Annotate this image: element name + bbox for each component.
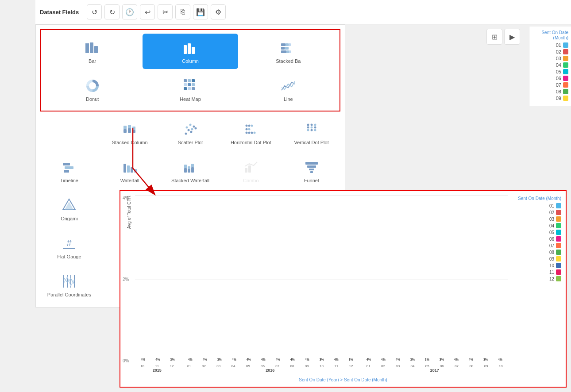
y-tick-2pct: 2% — [123, 277, 129, 282]
chart-type-flat-gauge[interactable]: # Flat Gauge — [40, 229, 98, 265]
svg-rect-0 — [85, 44, 89, 53]
chart-plot-wrapper: 4% 2% 0% 4%4%3%4%4%3%4%4%4%4%4%4%3%4%3%4… — [135, 196, 508, 377]
view-toggles: ⊞ ▶ — [486, 29, 520, 45]
toolbar-dataset-label: Dataset Fields — [40, 9, 79, 15]
scatter-plot-icon — [182, 120, 198, 138]
chart-type-scatter-plot[interactable]: Scatter Plot — [162, 115, 220, 150]
chart-legend-item-09: 09 — [513, 256, 561, 261]
column-icon — [182, 39, 198, 57]
grid-view-button[interactable]: ⊞ — [486, 29, 502, 45]
chart-type-line[interactable]: Line — [241, 72, 336, 107]
chart-legend-dot-01 — [556, 203, 561, 208]
svg-rect-60 — [123, 164, 126, 173]
svg-rect-20 — [188, 83, 191, 86]
svg-point-49 — [307, 127, 309, 129]
svg-rect-24 — [192, 87, 195, 90]
svg-point-46 — [251, 132, 253, 134]
chart-type-waterfall[interactable]: Waterfall — [101, 153, 159, 188]
chart-type-heat-map[interactable]: Heat Map — [143, 72, 238, 107]
cut-button[interactable]: ✂ — [158, 4, 173, 19]
svg-rect-68 — [191, 167, 194, 173]
svg-point-55 — [314, 127, 316, 129]
svg-point-41 — [251, 125, 253, 127]
chart-type-bar[interactable]: Bar — [45, 34, 140, 69]
bar-label-2016-09: 4% — [305, 358, 309, 361]
svg-rect-61 — [127, 165, 130, 173]
chart-legend-dot-04 — [556, 223, 561, 228]
xaxis-group-2015: 1011122015 — [135, 364, 179, 373]
chart-type-stacked-bar[interactable]: Stacked Ba — [241, 34, 336, 69]
origami-label: Origami — [61, 216, 78, 221]
svg-rect-74 — [309, 169, 314, 170]
stacked-waterfall-label: Stacked Waterfall — [171, 178, 209, 183]
svg-rect-10 — [281, 47, 285, 50]
terminal-view-button[interactable]: ▶ — [504, 29, 520, 45]
chart-type-donut[interactable]: Donut — [45, 72, 140, 107]
chart-legend-item-07: 07 — [513, 243, 561, 248]
share-button[interactable]: ⎗ — [175, 4, 190, 19]
legend-dot-08 — [563, 89, 568, 94]
history-button[interactable]: 🕐 — [122, 4, 137, 19]
svg-rect-18 — [192, 79, 195, 82]
svg-point-47 — [253, 132, 255, 134]
svg-rect-72 — [305, 162, 318, 165]
chart-legend-item-06: 06 — [513, 236, 561, 242]
svg-rect-5 — [188, 43, 191, 54]
flat-gauge-label: Flat Gauge — [57, 254, 81, 259]
svg-rect-58 — [65, 166, 73, 169]
combo-icon — [243, 158, 259, 176]
svg-point-40 — [248, 125, 250, 127]
svg-point-35 — [194, 127, 197, 130]
svg-rect-62 — [131, 167, 133, 173]
funnel-icon — [304, 158, 320, 176]
settings-button[interactable]: ⚙ — [211, 4, 226, 19]
chart-type-horizontal-dot-plot[interactable]: Horizontal Dot Plot — [222, 115, 280, 150]
legend-item-03: 03 — [532, 56, 568, 61]
chart-type-combo[interactable]: Combo — [222, 153, 280, 188]
chart-top: Avg of Total CTR 4% 2% 0% 4%4%3%4 — [125, 196, 561, 377]
main-legend-title: Sent On Date(Month) — [532, 30, 568, 41]
chart-legend-item-01: 01 — [513, 203, 561, 208]
chart-type-origami[interactable]: Origami — [40, 191, 98, 227]
chart-legend-dot-09 — [556, 256, 561, 261]
vertical-dot-plot-icon — [304, 120, 320, 138]
svg-rect-75 — [310, 171, 313, 173]
chart-type-timeline[interactable]: Timeline — [40, 153, 98, 188]
chart-legend-item-10: 10 — [513, 263, 561, 268]
legend-item-06: 06 — [532, 76, 568, 81]
chart-legend-dot-03 — [556, 216, 561, 222]
parallel-coordinates-icon — [61, 273, 77, 290]
svg-rect-17 — [188, 79, 191, 82]
svg-rect-67 — [188, 166, 190, 169]
redo-button[interactable]: ↻ — [104, 4, 120, 19]
bar-label-2016-11: 4% — [334, 358, 339, 361]
stacked-column-label: Stacked Column — [112, 140, 148, 145]
save-button[interactable]: 💾 — [193, 4, 208, 19]
svg-rect-26 — [123, 126, 127, 129]
svg-rect-2 — [94, 46, 98, 53]
chart-legend-item-03: 03 — [513, 216, 561, 222]
chart-type-parallel-coordinates[interactable]: Parallel Coordinates — [40, 267, 98, 303]
legend-item-01: 01 — [532, 42, 568, 48]
chart-type-stacked-column[interactable]: Stacked Column — [101, 115, 159, 150]
chart-legend-dot-07 — [556, 243, 561, 248]
parallel-coordinates-label: Parallel Coordinates — [47, 292, 91, 297]
chart-type-stacked-waterfall[interactable]: Stacked Waterfall — [162, 153, 220, 188]
xaxis-group-2017: 010203040506070809102017 — [361, 364, 508, 373]
svg-point-39 — [245, 125, 247, 127]
svg-rect-70 — [245, 168, 247, 173]
chart-type-column[interactable]: Column — [143, 34, 238, 69]
chart-type-vertical-dot-plot[interactable]: Vertical Dot Plot — [282, 115, 340, 150]
svg-point-52 — [310, 127, 313, 129]
horizontal-dot-plot-label: Horizontal Dot Plot — [231, 140, 271, 145]
chart-type-funnel[interactable]: Funnel — [282, 153, 340, 188]
undo-button[interactable]: ↺ — [87, 4, 102, 19]
column-label: Column — [182, 58, 199, 64]
revert-button[interactable]: ↩ — [140, 4, 155, 19]
svg-rect-7 — [281, 43, 286, 46]
chart-legend-title: Sent On Date (Month) — [513, 196, 561, 201]
chart-legend-dot-12 — [556, 276, 561, 281]
chart-legend-dot-11 — [556, 269, 561, 275]
svg-rect-4 — [184, 45, 187, 54]
legend-label-08: 08 — [556, 89, 561, 94]
